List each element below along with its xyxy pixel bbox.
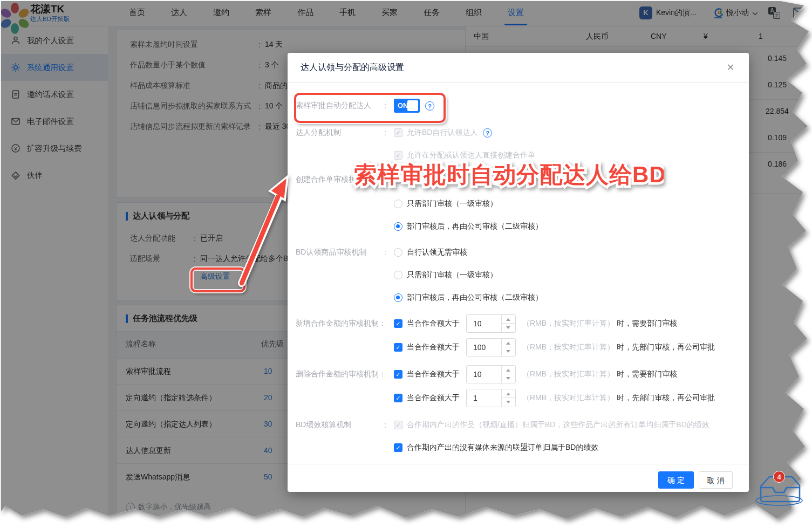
annotation-arrow <box>231 172 295 289</box>
stepper-down-icon[interactable] <box>502 374 515 383</box>
claim-review-option: 部门审核后，再由公司审核（二级审核） <box>394 292 543 304</box>
amount-input-box <box>466 338 516 356</box>
option-label: 允许BD自行认领达人 <box>407 128 477 138</box>
del-amount-row-2: ✓ 当合作金额大于 （RMB，按实时汇率计算） 时，先部门审核，再公司审批 <box>394 389 715 407</box>
add-amount-row-2: ✓ 当合作金额大于 （RMB，按实时汇率计算） 时，先部门审核，再公司审批 <box>394 338 715 356</box>
stepper-down-icon[interactable] <box>502 347 515 356</box>
close-icon[interactable]: ✕ <box>724 61 737 74</box>
amount-note: 时，需要部门审核 <box>617 369 677 379</box>
amount-input-box <box>466 314 516 333</box>
add-amount-row-1: 新增合作金额的审核机制： ✓ 当合作金额大于 （RMB，按实时汇率计算） 时，需… <box>296 314 677 333</box>
stepper-down-icon[interactable] <box>502 397 515 407</box>
notification-badge: 4 <box>773 471 785 483</box>
option-label: 部门审核后，再由公司审核（二级审核） <box>407 222 543 231</box>
amount-prefix: 当合作金额大于 <box>407 393 460 403</box>
option-label: 自行认领无需审核 <box>407 248 467 257</box>
app-window: 花漾TK 达人BD开拓版 首页 达人 邀约 索样 作品 手机 买家 任务 组织 … <box>0 0 812 528</box>
field-label: 新增合作金额的审核机制： <box>296 319 394 328</box>
field-label: 删除合作金额的审核机制： <box>296 369 394 379</box>
radio-unselected[interactable] <box>394 200 402 208</box>
stepper <box>501 389 515 407</box>
option-label: 部门审核后，再由公司审核（二级审核） <box>407 293 543 303</box>
option-label: 合作期内产出的作品（视频/直播）归属于BD，这些作品产出的所有订单均归属于BD的… <box>407 420 709 430</box>
screenshot-stage: 花漾TK 达人BD开拓版 首页 达人 邀约 索样 作品 手机 买家 任务 组织 … <box>0 0 812 528</box>
amount-note-gray: （RMB，按实时汇率计算） <box>522 319 615 328</box>
option-label: 只需部门审核（一级审核） <box>407 199 497 209</box>
amount-note-gray: （RMB，按实时汇率计算） <box>522 393 615 403</box>
amount-input-box <box>466 365 516 383</box>
modal-header: 达人认领与分配的高级设置 ✕ <box>288 53 749 83</box>
cancel-button[interactable]: 取 消 <box>699 471 733 489</box>
amount-note: 时，先部门审核，再公司审批 <box>617 393 715 403</box>
coop-review-option: 只需部门审核（一级审核） <box>394 198 497 210</box>
inbox-tray-widget[interactable]: 4 <box>753 467 805 513</box>
colon: : <box>384 248 391 257</box>
stepper-down-icon[interactable] <box>502 323 515 332</box>
annotation-highlight-toggle-box <box>294 93 446 123</box>
allocation-row: 达人分配机制 : ✓ 允许BD自行认领达人 ? <box>296 127 492 139</box>
amount-prefix: 当合作金额大于 <box>407 319 460 328</box>
field-label: BD绩效核算机制 <box>296 420 384 430</box>
annotation-callout: 索样审批时自动分配达人给BD <box>345 155 664 192</box>
checkbox-checked-disabled: ✓ <box>394 421 402 429</box>
option-label: 只需部门审核（一级审核） <box>407 270 497 280</box>
amount-input-box <box>466 389 516 407</box>
field-label: BD认领商品审核机制 <box>296 248 384 257</box>
performance-suboption: ✓ 合作期内产出的没有媒体来源的联盟订单归属于BD的绩效 <box>394 442 598 454</box>
amount-note-gray: （RMB，按实时汇率计算） <box>522 342 615 352</box>
footer-divider <box>288 464 749 464</box>
amount-note-gray: （RMB，按实时汇率计算） <box>522 369 615 379</box>
amount-note: 时，先部门审核，再公司审批 <box>617 342 715 352</box>
colon: : <box>384 128 391 137</box>
checkbox-checked-disabled: ✓ <box>394 128 402 137</box>
confirm-button[interactable]: 确 定 <box>658 471 694 489</box>
field-label: 达人分配机制 <box>296 128 384 138</box>
checkbox-checked[interactable]: ✓ <box>394 394 402 402</box>
amount-note: 时，需要部门审核 <box>617 319 677 328</box>
stepper-up-icon[interactable] <box>502 389 515 398</box>
radio-selected[interactable] <box>394 222 402 231</box>
radio-selected[interactable] <box>394 293 402 302</box>
amount-prefix: 当合作金额大于 <box>407 342 460 352</box>
del-amount-row-1: 删除合作金额的审核机制： ✓ 当合作金额大于 （RMB，按实时汇率计算） 时，需… <box>296 365 677 383</box>
stepper-up-icon[interactable] <box>502 366 515 374</box>
amount-prefix: 当合作金额大于 <box>407 369 460 379</box>
stepper <box>501 366 515 383</box>
checkbox-checked[interactable]: ✓ <box>394 343 402 352</box>
help-icon[interactable]: ? <box>483 128 492 138</box>
stepper-up-icon[interactable] <box>502 339 515 347</box>
stepper <box>501 315 515 332</box>
stepper-up-icon[interactable] <box>502 315 515 324</box>
coop-review-option: 部门审核后，再由公司审核（二级审核） <box>394 221 543 232</box>
modal-title: 达人认领与分配的高级设置 <box>301 62 404 73</box>
claim-review-row: BD认领商品审核机制 : 自行认领无需审核 <box>296 246 467 258</box>
stepper <box>501 339 515 356</box>
option-label: 合作期内产出的没有媒体来源的联盟订单归属于BD的绩效 <box>407 443 598 452</box>
annotation-callout-text: 索样审批时自动分配达人给BD <box>354 162 664 187</box>
radio-unselected[interactable] <box>394 248 402 257</box>
checkbox-checked[interactable]: ✓ <box>394 370 402 379</box>
performance-row: BD绩效核算机制 : ✓ 合作期内产出的作品（视频/直播）归属于BD，这些作品产… <box>296 419 709 431</box>
colon: : <box>384 421 391 429</box>
checkbox-checked[interactable]: ✓ <box>394 319 402 328</box>
checkbox-checked[interactable]: ✓ <box>394 443 402 452</box>
claim-review-option: 只需部门审核（一级审核） <box>394 269 497 281</box>
radio-unselected[interactable] <box>394 271 402 279</box>
